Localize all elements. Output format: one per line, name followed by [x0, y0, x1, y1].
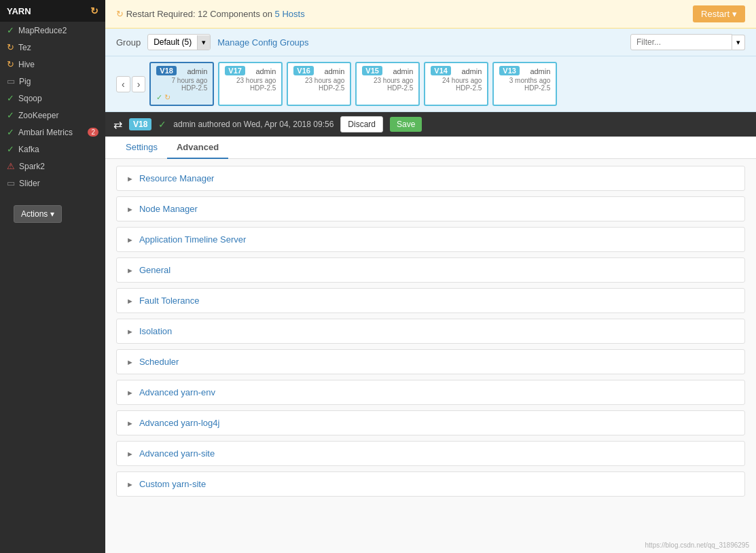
- version-badge: V14: [431, 66, 451, 75]
- version-card-v15[interactable]: V15 admin 23 hours ago HDP-2.5: [355, 62, 420, 106]
- accordion-arrow-icon: ►: [126, 297, 134, 305]
- accordion-label: Fault Tolerance: [139, 296, 200, 306]
- accordion-item-custom-yarn-site: ►Custom yarn-site: [116, 471, 745, 497]
- accordion-header-advanced-yarn-env[interactable]: ►Advanced yarn-env: [117, 380, 744, 404]
- version-time: 23 hours ago: [225, 77, 276, 84]
- accordion-label: Advanced yarn-env: [139, 387, 215, 397]
- accordion-label: Custom yarn-site: [139, 479, 206, 489]
- version-time: 3 months ago: [499, 77, 550, 84]
- sidebar-item-label: Kafka: [18, 145, 39, 154]
- actions-dropdown-icon: ▾: [50, 209, 54, 219]
- sidebar-item-label: Sqoop: [18, 94, 42, 103]
- sidebar-item-label: Ambari Metrics: [18, 128, 73, 137]
- version-time: 23 hours ago: [362, 77, 413, 84]
- group-label: Group: [116, 37, 141, 48]
- accordion-label: General: [139, 265, 170, 275]
- status-ok-icon: ✓: [7, 25, 14, 35]
- version-card-v14[interactable]: V14 admin 24 hours ago HDP-2.5: [424, 62, 488, 106]
- hosts-link[interactable]: 5 Hosts: [275, 9, 305, 19]
- version-author: admin: [530, 67, 550, 75]
- accordion-label: Resource Manager: [139, 173, 215, 183]
- sidebar-item-label: ZooKeeper: [18, 111, 58, 120]
- sidebar-item-tez[interactable]: ↻Tez: [0, 39, 105, 56]
- save-button[interactable]: Save: [390, 117, 422, 132]
- accordion-header-isolation[interactable]: ►Isolation: [117, 319, 744, 343]
- nav-next-button[interactable]: ›: [132, 76, 146, 92]
- status-ok-icon: ✓: [7, 144, 14, 154]
- sidebar-item-mapreduce2[interactable]: ✓MapReduce2: [0, 22, 105, 39]
- status-ok-icon: ✓: [7, 127, 14, 137]
- config-group-select[interactable]: Default (5) ▾: [147, 34, 211, 50]
- accordion-header-general[interactable]: ►General: [117, 258, 744, 282]
- tab-advanced[interactable]: Advanced: [167, 137, 228, 159]
- sidebar-item-label: Spark2: [19, 162, 45, 171]
- accordion-header-scheduler[interactable]: ►Scheduler: [117, 350, 744, 374]
- manage-config-link[interactable]: Manage Config Groups: [217, 37, 308, 48]
- restart-dropdown-icon: ▾: [732, 9, 737, 19]
- sidebar-item-label: Hive: [18, 60, 35, 69]
- version-hdp: HDP-2.5: [156, 84, 207, 92]
- sidebar-item-sqoop[interactable]: ✓Sqoop: [0, 90, 105, 107]
- accordion-label: Advanced yarn-log4j: [139, 418, 220, 428]
- accordion-item-fault-tolerance: ►Fault Tolerance: [116, 288, 745, 313]
- accordion-item-advanced-yarn-env: ►Advanced yarn-env: [116, 380, 745, 405]
- version-check-icons: ✓ ↻: [156, 93, 207, 102]
- sidebar-item-kafka[interactable]: ✓Kafka: [0, 141, 105, 158]
- restart-button[interactable]: Restart ▾: [693, 5, 745, 22]
- accordion-header-advanced-yarn-log4j[interactable]: ►Advanced yarn-log4j: [117, 411, 744, 435]
- version-card-v16[interactable]: V16 admin 23 hours ago HDP-2.5: [287, 62, 351, 106]
- accordion-label: Isolation: [139, 326, 172, 336]
- accordion-arrow-icon: ►: [126, 450, 134, 458]
- status-refresh-icon: ↻: [7, 59, 14, 69]
- sidebar-title: YARN: [7, 6, 31, 16]
- version-author: admin: [255, 67, 276, 75]
- accordion-header-application-timeline-server[interactable]: ►Application Timeline Server: [117, 228, 744, 251]
- config-group-dropdown-button[interactable]: ▾: [197, 35, 210, 50]
- sidebar-item-pig[interactable]: ▭Pig: [0, 73, 105, 90]
- authored-text-content: admin authored on Wed, Apr 04, 2018 09:5…: [173, 120, 334, 129]
- sidebar-header: YARN ↻: [0, 0, 105, 22]
- tab-settings[interactable]: Settings: [116, 137, 167, 159]
- accordion-header-custom-yarn-site[interactable]: ►Custom yarn-site: [117, 472, 744, 496]
- sidebar-item-ambari-metrics[interactable]: ✓Ambari Metrics2: [0, 124, 105, 141]
- filter-input[interactable]: [630, 34, 732, 50]
- sidebar-item-label: Pig: [19, 77, 31, 86]
- current-version-bar: ⇄ V18 ✓ admin authored on Wed, Apr 04, 2…: [105, 112, 756, 137]
- accordion-header-node-manager[interactable]: ►Node Manager: [117, 197, 744, 221]
- filter-dropdown-button[interactable]: ▾: [732, 35, 745, 50]
- version-badge: V13: [499, 66, 520, 75]
- current-version-badge: V18: [129, 118, 151, 130]
- main-content: ↻ Restart Required: 12 Components on 5 H…: [105, 0, 756, 553]
- version-badge: V15: [362, 66, 382, 75]
- accordion-item-node-manager: ►Node Manager: [116, 196, 745, 221]
- actions-button[interactable]: Actions ▾: [14, 205, 62, 223]
- sidebar-item-hive[interactable]: ↻Hive: [0, 56, 105, 73]
- version-card-v18[interactable]: V18 admin 7 hours ago HDP-2.5 ✓ ↻: [149, 62, 214, 106]
- status-alert-icon: ⚠: [7, 161, 15, 171]
- accordion-label: Node Manager: [139, 204, 198, 214]
- status-monitor-icon: ▭: [7, 178, 15, 188]
- accordion-arrow-icon: ►: [126, 327, 134, 336]
- accordion-item-general: ►General: [116, 257, 745, 283]
- sidebar-item-slider[interactable]: ▭Slider: [0, 175, 105, 192]
- refresh-icon-banner: ↻: [116, 9, 124, 19]
- status-ok-icon: ✓: [7, 110, 14, 120]
- check-icon: ✓: [156, 93, 162, 101]
- accordion-header-advanced-yarn-site[interactable]: ►Advanced yarn-site: [117, 442, 744, 465]
- version-card-v17[interactable]: V17 admin 23 hours ago HDP-2.5: [218, 62, 283, 106]
- discard-button[interactable]: Discard: [340, 116, 383, 132]
- sidebar-item-spark2[interactable]: ⚠Spark2: [0, 158, 105, 175]
- authored-text: admin authored on Wed, Apr 04, 2018 09:5…: [173, 120, 334, 129]
- accordion-header-fault-tolerance[interactable]: ►Fault Tolerance: [117, 289, 744, 313]
- version-card-v13[interactable]: V13 admin 3 months ago HDP-2.5: [492, 62, 557, 106]
- nav-prev-button[interactable]: ‹: [116, 76, 130, 92]
- version-switch-icon[interactable]: ⇄: [113, 118, 122, 131]
- accordion-header-resource-manager[interactable]: ►Resource Manager: [117, 166, 744, 190]
- version-hdp: HDP-2.5: [225, 84, 276, 92]
- accordion-item-application-timeline-server: ►Application Timeline Server: [116, 227, 745, 252]
- version-hdp: HDP-2.5: [293, 84, 344, 92]
- accordion-container: ►Resource Manager►Node Manager►Applicati…: [105, 159, 756, 553]
- refresh-icon: ↻: [164, 93, 170, 101]
- sidebar-item-zookeeper[interactable]: ✓ZooKeeper: [0, 107, 105, 124]
- accordion-arrow-icon: ►: [126, 175, 134, 183]
